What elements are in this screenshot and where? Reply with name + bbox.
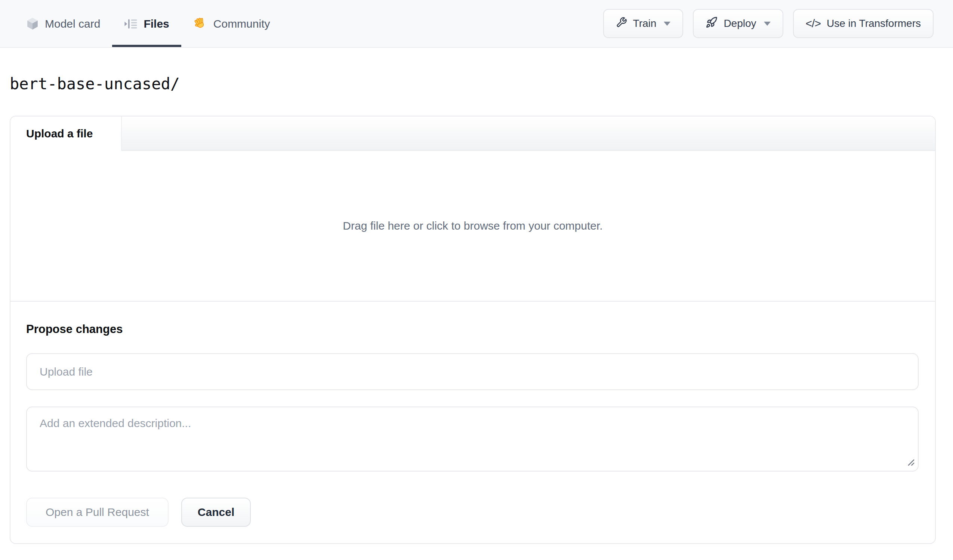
cube-icon: [26, 17, 39, 31]
code-icon: </>: [806, 17, 821, 30]
waving-hand-icon: [193, 17, 207, 31]
breadcrumb: bert-base-uncased/: [10, 75, 953, 93]
upload-card: Upload a file Drag file here or click to…: [10, 116, 936, 544]
description-field-wrapper: [26, 407, 919, 472]
list-tree-icon: [124, 18, 138, 29]
dropzone-text: Drag file here or click to browse from y…: [343, 220, 602, 232]
tab-model-card[interactable]: Model card: [14, 0, 112, 47]
upload-card-tabstrip: Upload a file: [11, 116, 935, 151]
use-in-transformers-label: Use in Transformers: [827, 17, 921, 29]
cancel-button[interactable]: Cancel: [181, 498, 251, 527]
repo-header: Model card Files: [0, 0, 953, 48]
train-button-label: Train: [633, 17, 657, 29]
tab-label: Files: [143, 17, 169, 30]
tab-label: Model card: [45, 17, 100, 30]
deploy-button-label: Deploy: [723, 17, 756, 29]
propose-changes-heading: Propose changes: [26, 323, 919, 336]
upload-file-input[interactable]: [26, 353, 919, 390]
tab-label: Community: [213, 17, 270, 30]
tab-community[interactable]: Community: [181, 0, 282, 47]
train-button[interactable]: Train: [603, 9, 683, 38]
chevron-down-icon: [664, 22, 671, 26]
file-dropzone[interactable]: Drag file here or click to browse from y…: [11, 151, 935, 301]
rocket-icon: [706, 16, 717, 31]
deploy-button[interactable]: Deploy: [693, 9, 783, 38]
chevron-down-icon: [764, 22, 771, 26]
repo-tab-bar: Model card Files: [14, 0, 282, 47]
tabstrip-filler: [122, 116, 935, 151]
propose-buttons-row: Open a Pull Request Cancel: [26, 498, 919, 527]
propose-changes-section: Propose changes Open a Pull Request Canc…: [11, 301, 935, 543]
open-pull-request-button[interactable]: Open a Pull Request: [26, 498, 169, 527]
tab-upload-a-file[interactable]: Upload a file: [11, 116, 122, 151]
upload-tab-label: Upload a file: [26, 127, 93, 140]
repo-action-buttons: Train Deploy </> Use in Transformers: [603, 0, 934, 47]
use-in-transformers-button[interactable]: </> Use in Transformers: [793, 9, 934, 38]
wrench-icon: [616, 17, 627, 31]
page: Model card Files: [0, 0, 953, 544]
tab-files[interactable]: Files: [112, 0, 181, 47]
repo-path[interactable]: bert-base-uncased/: [10, 75, 180, 93]
resize-handle-icon[interactable]: [907, 459, 915, 468]
extended-description-textarea[interactable]: [26, 407, 919, 472]
